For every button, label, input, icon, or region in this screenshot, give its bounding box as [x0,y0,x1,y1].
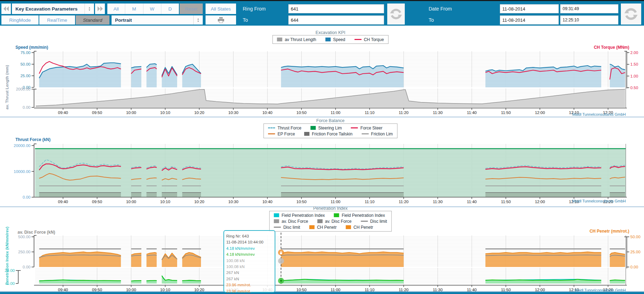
svg-text:10:10: 10:10 [160,111,170,115]
date-refresh-button[interactable] [621,4,641,25]
ring-mode-button[interactable]: RingMode [1,15,39,25]
tooltip-row: 100.08 kN [226,258,273,264]
svg-text:10:40: 10:40 [262,111,273,115]
legend-label: Field Penetration Index [282,213,325,218]
legend-label: Field Penetration Index [342,213,385,218]
legend-item: av Thrust Length [277,37,316,42]
svg-text:50.00: 50.00 [630,235,640,239]
orientation-select[interactable]: Portrait ▲▼ [112,15,203,25]
legend-label: Thrust Force [277,126,301,131]
svg-text:10:20: 10:20 [194,111,204,115]
range-day-button[interactable]: D [161,4,179,14]
spinner-icon[interactable]: ▲▼ [85,4,94,14]
previous-page-button[interactable] [1,4,11,14]
svg-text:250.00: 250.00 [18,250,31,254]
svg-text:11:00: 11:00 [331,111,341,115]
application-window: Key Excavation Parameters ▲▼ All M W D R… [0,0,644,294]
cursor-marker [278,249,284,255]
legend-item: Thrust Force [268,126,301,131]
refresh-icon [390,8,402,20]
legend-label: Steering Lim [318,126,342,131]
ring-from-input[interactable] [288,4,384,13]
printer-icon [217,17,224,23]
parameter-view-select[interactable]: Key Excavation Parameters ▲▼ [12,4,94,14]
svg-text:11:00: 11:00 [331,200,341,204]
range-month-button[interactable]: M [125,4,143,14]
svg-text:25.00: 25.00 [20,74,31,78]
svg-text:1.50: 1.50 [630,62,638,66]
svg-text:10:30: 10:30 [228,111,239,115]
reset-button[interactable]: Reset [180,4,203,14]
legend-marker-icon [304,132,309,136]
chart-title-excavation-kpi: Excavation KPI [316,30,346,35]
bottom-bar [0,292,644,294]
orientation-value: Portrait [115,18,132,23]
svg-text:11:10: 11:10 [365,200,375,204]
standard-mode-button[interactable]: Standard [76,15,109,25]
ring-from-label: Ring From [243,4,266,14]
legend-item: CH Torque [354,37,384,42]
date-from-input[interactable] [500,4,559,13]
tooltip-row: 100.08 kN [226,264,273,270]
svg-text:50.00: 50.00 [20,62,31,66]
branding-link[interactable]: Maidl Tunnelconsultants GmbH [572,199,626,203]
legend-marker-icon [274,219,279,223]
ring-to-input[interactable] [288,15,384,25]
legend-marker-icon [326,38,331,41]
tooltip-datetime: 11-08-2014 10:44:00 [226,239,273,245]
svg-text:11:30: 11:30 [433,111,443,115]
toolbar: Key Excavation Parameters ▲▼ All M W D R… [0,1,644,26]
svg-text:1.00: 1.00 [630,74,638,78]
all-states-button[interactable]: All States [206,4,236,14]
date-to-input[interactable] [500,15,559,25]
tooltip-ring: Ring Nr: 643 [226,233,273,239]
svg-text:09:40: 09:40 [58,111,68,115]
date-to-label: To [429,15,434,25]
real-time-button[interactable]: RealTime [39,15,75,25]
svg-text:0.00: 0.00 [23,85,31,89]
spinner-icon[interactable]: ▲▼ [193,15,203,25]
penetration-index-axis-label: Penetration Index (kN/mm/rev) [5,227,9,285]
chart-title-penetration-index: Penetration Index [313,206,348,211]
legend-marker-icon [361,221,368,222]
legend-label: Force Steer [361,126,383,131]
legend-marker-icon [354,39,361,40]
svg-text:11:20: 11:20 [399,200,409,204]
legend-label: CH Penetr [317,225,337,230]
branding-link[interactable]: Maidl Tunnelconsultants GmbH [572,112,626,116]
time-from-input[interactable] [560,4,618,13]
range-all-button[interactable]: All [107,4,125,14]
svg-text:09:40: 09:40 [58,200,68,204]
legend-item: Field Penetration Index [334,213,385,218]
legend-item: Steering Lim [310,126,342,131]
excavation-kpi-legend: av Thrust LengthSpeedCH Torque [273,35,389,44]
ring-to-label: To [243,15,248,25]
svg-text:2000.00: 2000.00 [16,87,31,91]
tooltip-row: 23.96 mm/rot. [226,282,273,288]
legend-marker-icon [317,219,323,223]
legend-item: av. Disc Force [317,219,352,224]
next-page-button[interactable] [95,4,105,14]
svg-text:10:10: 10:10 [160,200,170,204]
penetration-index-legend: Field Penetration IndexField Penetration… [269,211,392,232]
legend-item: av. Disc Force [274,219,308,224]
legend-item: CH Penetr [346,225,373,230]
cursor-marker [278,258,284,264]
range-week-button[interactable]: W [143,4,161,14]
legend-marker-icon [310,126,316,130]
print-button[interactable] [206,15,236,25]
legend-label: EP Force [277,132,295,136]
legend-item: CH Penetr [309,225,337,230]
refresh-icon [624,7,638,21]
tooltip-row: 267 kN [226,270,273,276]
section-divider [0,117,644,117]
cursor-marker [278,278,284,284]
ring-refresh-button[interactable] [387,4,405,25]
legend-marker-icon [268,127,275,128]
tooltip-values: 4.18 kN/mm/rev4.18 kN/mm/rev100.08 kN100… [226,246,273,294]
svg-text:11:50: 11:50 [501,200,511,204]
svg-text:75.00: 75.00 [20,51,31,55]
legend-label: av Thrust Length [285,37,316,42]
svg-text:10:50: 10:50 [296,200,307,204]
time-to-input[interactable] [560,15,618,25]
